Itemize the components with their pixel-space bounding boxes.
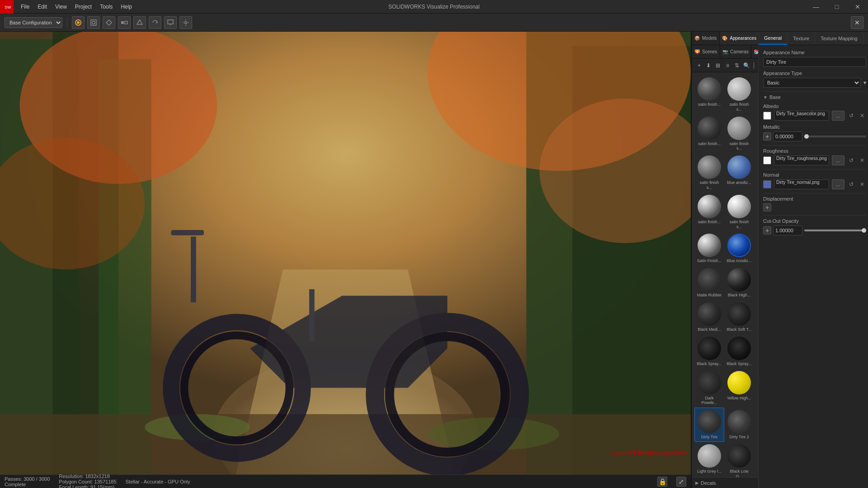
svg-rect-32 — [191, 237, 196, 303]
material-item-21[interactable]: Light Grey l... — [694, 442, 724, 477]
cutout-slider-thumb — [862, 228, 866, 233]
normal-clear-btn[interactable]: ✕ — [858, 180, 866, 188]
normal-browse-btn[interactable]: ... — [832, 179, 844, 189]
material-thumb-21 — [698, 444, 721, 468]
normal-color-swatch[interactable] — [763, 180, 771, 188]
appearance-name-input[interactable] — [763, 57, 866, 67]
search-btn[interactable]: 🔍 — [743, 61, 750, 70]
render-btn[interactable] — [72, 16, 85, 29]
material-item-16[interactable]: Black Spray... — [724, 334, 754, 369]
albedo-reset-btn[interactable]: ↺ — [847, 112, 855, 120]
roughness-clear-btn[interactable]: ✕ — [858, 156, 866, 164]
appearance-type-select[interactable]: Basic — [763, 78, 861, 88]
settings-btn[interactable] — [179, 16, 192, 29]
roughness-color-swatch[interactable] — [763, 156, 771, 164]
prop-tab-general[interactable]: General — [759, 32, 788, 45]
rotate-btn[interactable] — [149, 16, 161, 29]
material-item-22[interactable]: Black Low G... — [724, 442, 754, 477]
sort-btn[interactable]: ⇅ — [733, 61, 741, 70]
decals-section[interactable]: ▶ Decals — [692, 477, 758, 488]
cutout-slider[interactable] — [804, 230, 866, 231]
material-item-10[interactable]: Blue Anodiz... — [724, 231, 754, 266]
export-btn[interactable] — [164, 16, 177, 29]
maximize-button[interactable]: □ — [826, 0, 847, 14]
displacement-section: Displacement + — [763, 196, 866, 211]
material-item-6[interactable]: blue anodiz... — [724, 153, 754, 192]
cutout-section: Cut-Out Opacity + — [763, 218, 866, 235]
svg-point-3 — [77, 21, 80, 24]
mode-btn-2[interactable] — [103, 16, 115, 29]
svg-rect-34 — [309, 289, 315, 342]
menu-view[interactable]: View — [52, 2, 71, 12]
menu-project[interactable]: Project — [71, 2, 95, 12]
metallic-value[interactable] — [773, 131, 802, 141]
material-item-2[interactable]: satin finish s... — [724, 75, 754, 114]
roughness-reset-btn[interactable]: ↺ — [847, 156, 855, 164]
albedo-browse-btn[interactable]: ... — [832, 111, 844, 121]
tab-appearances[interactable]: 🎨 Appearances — [720, 32, 759, 45]
import-btn[interactable]: ⬇ — [705, 61, 712, 70]
material-thumb-18 — [727, 371, 751, 394]
material-item-3[interactable]: satin finish... — [694, 114, 724, 154]
tab-scenes[interactable]: 🌄 Scenes — [692, 45, 720, 58]
material-item-13[interactable]: Black Medi... — [694, 300, 724, 334]
material-item-20[interactable]: Dirty Tire 2 — [724, 408, 754, 442]
material-item-1[interactable]: satin finish... — [694, 75, 724, 114]
grid-view-btn[interactable]: ⊞ — [714, 61, 722, 70]
roughness-browse-btn[interactable]: ... — [832, 155, 844, 165]
metallic-add-btn[interactable]: + — [763, 132, 771, 141]
cutout-row: + — [763, 225, 866, 235]
normal-reset-btn[interactable]: ↺ — [847, 180, 855, 188]
svg-rect-24 — [0, 414, 691, 474]
material-library: satin finish... satin finish s... satin … — [692, 72, 758, 477]
material-item-18[interactable]: Yellow High... — [724, 369, 754, 408]
prop-tab-texture-mapping[interactable]: Texture Mapping — [815, 32, 863, 45]
cutout-value[interactable] — [773, 225, 802, 235]
material-item-5[interactable]: satin finish s... — [694, 153, 724, 192]
menu-help[interactable]: Help — [117, 2, 136, 12]
app-title: SOLIDWORKS Visualize Professional — [388, 4, 480, 10]
base-section-title[interactable]: ▼ Base — [763, 94, 866, 100]
props-content: Appearance Name Appearance Type Basic ▾ — [759, 45, 868, 488]
tab-models[interactable]: 📦 Models — [692, 32, 720, 45]
material-label-14: Black Soft T... — [727, 327, 752, 332]
material-item-4[interactable]: satin finish s... — [724, 114, 754, 154]
viewport[interactable]: CSDN @宇喜科技SOLIDWORKS Passes: 3000 / 3000… — [0, 32, 691, 488]
menu-file[interactable]: File — [17, 2, 33, 12]
material-item-7[interactable]: satin finish... — [694, 192, 724, 232]
material-item-15[interactable]: Black Spray... — [694, 334, 724, 369]
config-dropdown[interactable]: Base Configuration — [5, 17, 62, 28]
material-item-19[interactable]: Dirty Tire — [694, 408, 724, 442]
app-logo: SW — [0, 0, 14, 14]
mode-btn-3[interactable] — [118, 16, 131, 29]
albedo-clear-btn[interactable]: ✕ — [858, 112, 866, 120]
minimize-panel-btn[interactable]: ✕ — [851, 16, 863, 29]
cutout-add-btn[interactable]: + — [763, 226, 771, 235]
material-item-17[interactable]: Dark Powde... — [694, 369, 724, 408]
add-material-btn[interactable]: + — [695, 61, 703, 70]
menu-edit[interactable]: Edit — [34, 2, 51, 12]
prop-tab-texture[interactable]: Texture — [788, 32, 815, 45]
minimize-button[interactable]: — — [806, 0, 826, 14]
resolution-status: Resolution: 1832x1218 Polygon Count: 135… — [59, 474, 116, 488]
lock-btn[interactable]: 🔒 — [657, 477, 667, 487]
material-item-9[interactable]: Satin Finish... — [694, 231, 724, 266]
list-view-btn[interactable]: ≡ — [724, 61, 731, 70]
decals-collapse-icon: ▶ — [695, 480, 699, 485]
mode-btn-1[interactable] — [87, 16, 100, 29]
metallic-slider[interactable] — [804, 136, 866, 137]
appearance-name-section: Appearance Name — [763, 50, 866, 67]
material-item-14[interactable]: Black Soft T... — [724, 300, 754, 334]
menu-tools[interactable]: Tools — [96, 2, 116, 12]
tab-cameras[interactable]: 📷 Cameras — [720, 45, 751, 58]
material-item-12[interactable]: Black High... — [724, 266, 754, 300]
close-button[interactable]: ✕ — [847, 0, 868, 14]
expand-btn[interactable]: ⤢ — [676, 477, 686, 487]
displacement-add-btn[interactable]: + — [763, 203, 771, 211]
material-item-8[interactable]: satin finish s... — [724, 192, 754, 232]
mode-btn-4[interactable] — [133, 16, 146, 29]
material-item-11[interactable]: Matte Rubber — [694, 266, 724, 300]
albedo-color-swatch[interactable] — [763, 112, 771, 120]
material-label-13: Black Medi... — [698, 327, 721, 332]
material-label-5: satin finish s... — [697, 180, 722, 190]
